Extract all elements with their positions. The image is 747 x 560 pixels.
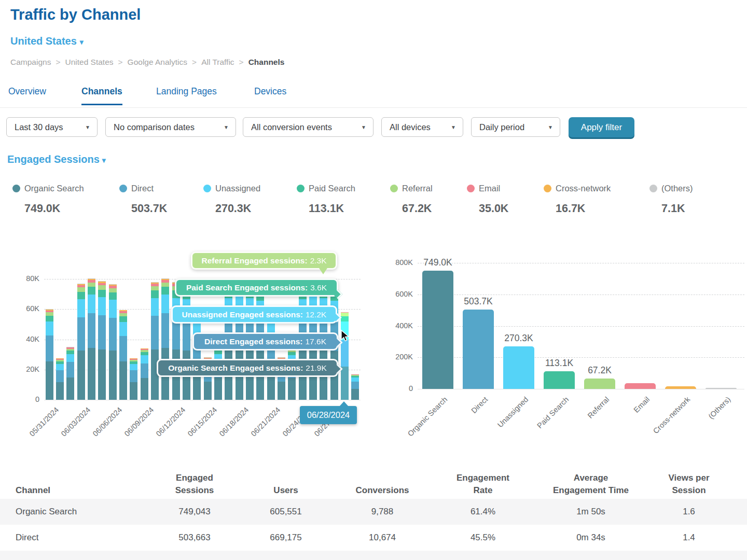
stacked-bar-06/05/2024[interactable] xyxy=(98,281,106,400)
stacked-bar-06/26/2024[interactable] xyxy=(320,282,327,400)
stacked-bar-06/03/2024[interactable] xyxy=(77,284,85,400)
breadcrumb-item[interactable]: Goolge Analytics xyxy=(128,58,187,66)
bar-segment-organic-search xyxy=(183,351,190,400)
column-header-1[interactable]: Channel xyxy=(16,484,150,497)
y-axis-tick-label: 20K xyxy=(3,365,39,373)
stacked-bar-06/09/2024[interactable] xyxy=(141,348,148,400)
filter-dropdown-4[interactable]: All devices▼ xyxy=(381,117,463,137)
bar-segment-unassigned xyxy=(46,321,53,335)
bar-segment-unassigned xyxy=(288,355,296,363)
filter-dropdown-2[interactable]: No comparison dates▼ xyxy=(105,117,236,137)
region-selector[interactable]: United States▾ xyxy=(10,35,84,47)
stacked-bar-06/13/2024[interactable] xyxy=(183,284,190,400)
bar-segment-direct xyxy=(109,318,117,351)
x-axis-line xyxy=(418,389,744,389)
channel-bar-cross-network[interactable] xyxy=(665,386,696,389)
bar-segment-organic-search xyxy=(66,377,74,400)
stacked-bar-06/07/2024[interactable] xyxy=(119,310,127,400)
cell-value: 1.6 xyxy=(645,499,733,525)
stacked-bar-06/23/2024[interactable] xyxy=(288,348,296,400)
stacked-bar-06/25/2024[interactable] xyxy=(309,281,317,400)
stacked-bar-06/20/2024[interactable] xyxy=(256,285,264,400)
bar-segment-organic-search xyxy=(204,382,212,400)
bar-segment-unassigned xyxy=(119,322,127,336)
stacked-bar-06/16/2024[interactable] xyxy=(214,347,222,400)
stacked-bar-06/24/2024[interactable] xyxy=(299,284,307,400)
bar-segment-organic-search xyxy=(256,351,264,400)
bar-segment-paid-search xyxy=(77,292,85,299)
chevron-down-icon: ▼ xyxy=(224,118,229,137)
bar-segment-referral xyxy=(172,286,180,291)
column-header-5[interactable]: Engagement Rate xyxy=(436,472,530,497)
stacked-bar-06/19/2024[interactable] xyxy=(246,282,254,400)
column-header-6[interactable]: Average Engagement Time xyxy=(534,472,648,497)
stacked-bar-06/01/2024[interactable] xyxy=(56,358,64,400)
breadcrumb-item[interactable]: United States xyxy=(65,58,113,66)
column-header-3[interactable]: Users xyxy=(244,484,327,497)
table-row[interactable]: Direct503,663669,17510,67445.5%0m 34s1.4 xyxy=(0,525,747,551)
tab-channels[interactable]: Channels xyxy=(81,86,122,105)
tab-overview[interactable]: Overview xyxy=(8,86,46,105)
bar-segment-unassigned xyxy=(88,295,95,313)
bar-segment-paid-search xyxy=(183,292,190,299)
filter-dropdown-3[interactable]: All conversion events▼ xyxy=(243,117,374,137)
channel-bar-direct[interactable] xyxy=(463,310,494,389)
channels-table: ChannelEngaged SessionsUsersConversionsE… xyxy=(0,464,747,560)
bar-segment-referral xyxy=(256,289,264,293)
column-header-4[interactable]: Conversions xyxy=(341,484,424,497)
stacked-bar-06/08/2024[interactable] xyxy=(130,358,137,400)
stacked-bar-06/17/2024[interactable] xyxy=(225,282,232,400)
column-header-2[interactable]: Engaged Sessions xyxy=(153,472,236,497)
bar-segment-direct xyxy=(56,370,64,382)
stacked-bar-06/15/2024[interactable] xyxy=(204,357,212,400)
cell-value: 669,175 xyxy=(244,525,327,551)
x-axis-tick-label: Referral xyxy=(586,395,611,420)
bar-segment-organic-search xyxy=(119,361,127,400)
stacked-bar-06/02/2024[interactable] xyxy=(66,347,74,400)
bar-segment-paid-search xyxy=(119,316,127,322)
bar-segment-unassigned xyxy=(141,355,148,363)
chevron-down-icon: ▼ xyxy=(85,118,90,137)
bar-segment-direct xyxy=(299,317,307,351)
table-row[interactable]: Unassigned270,273964,0029,08322.0%0m 22s… xyxy=(0,551,747,560)
channel-bar-email[interactable] xyxy=(625,383,656,389)
filter-dropdown-5[interactable]: Daily period▼ xyxy=(471,117,560,137)
channel-bar-referral[interactable] xyxy=(584,379,615,389)
y-axis-tick-label: 40K xyxy=(3,335,39,343)
gridline xyxy=(418,295,744,295)
bar-segment-unassigned xyxy=(267,321,275,335)
bar-segment-direct xyxy=(320,316,327,349)
column-header-7[interactable]: Views per Session xyxy=(645,472,733,497)
tab-devices[interactable]: Devices xyxy=(254,86,286,105)
table-row[interactable]: Organic Search749,043605,5519,78861.4%1m… xyxy=(0,499,747,525)
stacked-bar-06/27/2024[interactable] xyxy=(330,285,338,400)
stacked-bar-06/21/2024[interactable] xyxy=(267,309,275,400)
stacked-bar-06/10/2024[interactable] xyxy=(151,282,159,400)
stacked-bar-06/11/2024[interactable] xyxy=(161,278,169,400)
filter-dropdown-1[interactable]: Last 30 days▼ xyxy=(6,117,98,137)
breadcrumb-item[interactable]: All Traffic xyxy=(201,58,234,66)
stacked-bar-06/14/2024[interactable] xyxy=(193,309,201,400)
metric-selector[interactable]: Engaged Sessions▾ xyxy=(7,153,106,165)
stacked-bar-06/04/2024[interactable] xyxy=(88,278,95,400)
bar-segment-paid-search xyxy=(246,290,254,298)
bar-segment-organic-search xyxy=(341,367,349,400)
stacked-bar-05/31/2024[interactable] xyxy=(46,309,53,400)
bar-segment-direct xyxy=(309,315,317,349)
stacked-bar-06/22/2024[interactable] xyxy=(278,357,285,400)
breadcrumb-item[interactable]: Campaigns xyxy=(10,58,51,66)
stacked-bar-06/12/2024[interactable] xyxy=(172,282,180,400)
tab-landing-pages[interactable]: Landing Pages xyxy=(156,86,217,105)
apply-filter-button[interactable]: Apply filter xyxy=(569,117,634,137)
bar-segment-direct xyxy=(225,316,232,349)
cell-value: 1m 50s xyxy=(534,499,648,525)
bar-segment-direct xyxy=(341,340,349,367)
bar-segment-organic-search xyxy=(225,349,232,400)
stacked-bar-06/06/2024[interactable] xyxy=(109,284,117,400)
stacked-bar-06/29/2024[interactable] xyxy=(351,374,359,400)
channel-bar-organic-search[interactable] xyxy=(422,271,453,389)
stacked-bar-06/18/2024[interactable] xyxy=(236,279,243,400)
channel-bar--others-[interactable] xyxy=(706,388,737,389)
cell-channel: Direct xyxy=(16,525,150,551)
stacked-bar-06/28/2024[interactable] xyxy=(341,312,349,400)
